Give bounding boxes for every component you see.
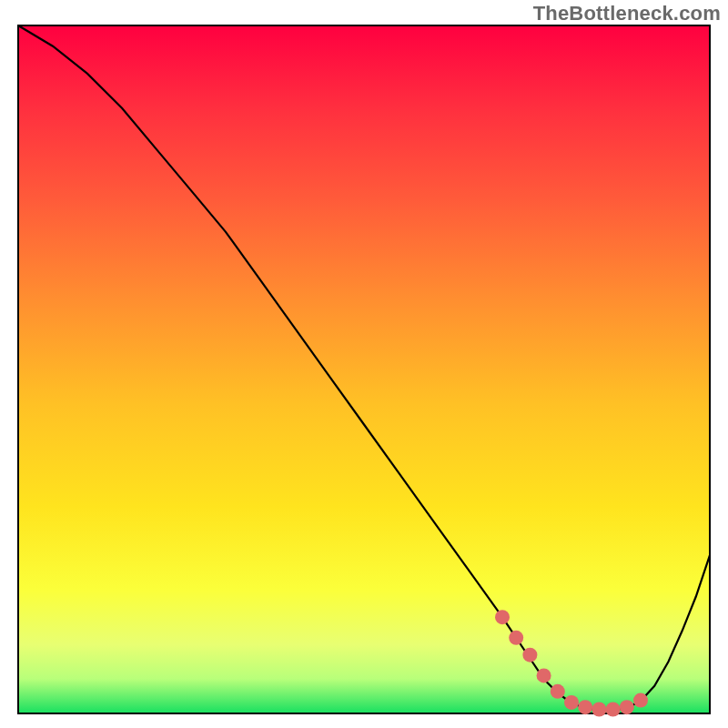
optimal-marker bbox=[551, 684, 565, 699]
bottleneck-chart bbox=[0, 0, 728, 728]
plot-background bbox=[18, 25, 710, 713]
optimal-marker bbox=[606, 703, 621, 717]
optimal-marker bbox=[564, 695, 579, 710]
optimal-marker bbox=[620, 700, 634, 714]
optimal-marker bbox=[522, 648, 537, 662]
optimal-marker bbox=[633, 693, 648, 708]
optimal-marker bbox=[509, 631, 523, 645]
watermark-text: TheBottleneck.com bbox=[533, 2, 721, 25]
optimal-marker bbox=[592, 703, 606, 717]
chart-container: TheBottleneck.com bbox=[0, 0, 728, 728]
optimal-marker bbox=[578, 700, 592, 714]
optimal-marker bbox=[537, 668, 551, 682]
optimal-marker bbox=[495, 610, 510, 624]
